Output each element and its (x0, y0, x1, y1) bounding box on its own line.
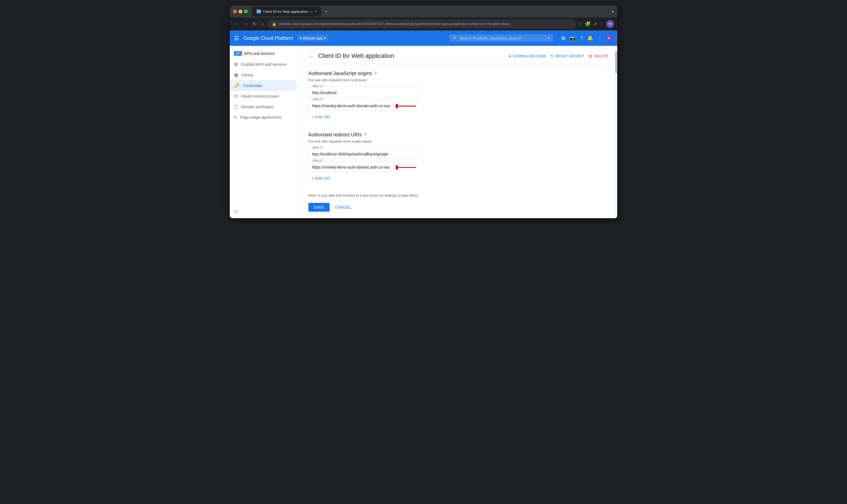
delete-icon: 🗑 (588, 54, 593, 58)
grid-icon[interactable]: ⊞ (560, 34, 567, 43)
browser-window: API Client ID for Web application — × + … (230, 5, 617, 218)
save-button[interactable]: SAVE (308, 203, 330, 212)
project-selector[interactable]: ● debyan-app ▾ (297, 35, 328, 41)
page-content: ☰ Google Cloud Platform ● debyan-app ▾ 🔍… (230, 31, 617, 218)
active-tab[interactable]: API Client ID for Web application — × (252, 6, 321, 16)
redirect-uri2-label: URIs 2 * (311, 159, 325, 162)
enabled-apis-icon: ⊞ (234, 61, 238, 67)
url-text: console.cloud.google.com/apis/credential… (279, 22, 572, 26)
app-bar-icons: ⊞ 📷 ? 🔔 ⋮ M (560, 34, 613, 43)
forward-button[interactable]: → (242, 20, 249, 28)
download-icon: ⬇ (508, 54, 512, 58)
user-avatar[interactable]: M (605, 34, 613, 42)
redirect-uris-arrow (396, 163, 418, 172)
download-json-label: DOWNLOAD JSON (513, 54, 546, 58)
js-origins-section: Authorised JavaScript origins ? For use … (308, 71, 608, 121)
redirect-uri2-wrapper: URIs 2 * (308, 161, 393, 172)
close-window-button[interactable] (233, 10, 237, 13)
js-origins-description: For use with requests from a browser (308, 78, 608, 82)
sidebar-item-library[interactable]: ▦ Library (230, 70, 297, 80)
js-uri1-wrapper: URIs 1 * (308, 87, 418, 97)
traffic-lights (233, 10, 248, 13)
credentials-icon: 🔑 (234, 83, 240, 88)
usage-icon: ≡ (234, 115, 236, 120)
hamburger-icon[interactable]: ☰ (234, 35, 239, 41)
search-dropdown-icon: ▾ (548, 36, 550, 40)
reload-button[interactable]: ↻ (252, 20, 258, 28)
more-tools-icon[interactable]: ⋮ (599, 21, 604, 27)
address-input[interactable]: 🔒 console.cloud.google.com/apis/credenti… (267, 19, 576, 29)
delete-label: DELETE (594, 54, 608, 58)
notification-icon[interactable]: 🔔 (586, 34, 595, 43)
redirect-uris-section: Authorised redirect URIs ? For use with … (308, 132, 608, 182)
js-origins-help-icon[interactable]: ? (374, 71, 376, 76)
sidebar-item-domain[interactable]: ☐ Domain verification (230, 102, 297, 112)
sidebar-item-oauth[interactable]: ⊡ OAuth consent screen (230, 91, 297, 102)
js-uri2-wrapper: URIs 2 * (308, 100, 393, 110)
window-expand[interactable]: ▾ (612, 9, 614, 14)
js-uri2-row: URIs 2 * (308, 100, 418, 113)
more-icon[interactable]: ⋮ (596, 34, 604, 43)
delete-button[interactable]: 🗑 DELETE (588, 54, 608, 58)
sidebar-item-label-credentials: Credentials (243, 84, 262, 88)
tab-favicon: API (257, 9, 261, 14)
tab-bar: API Client ID for Web application — × + (252, 6, 610, 16)
js-origins-add-uri-button[interactable]: + ADD URI (308, 113, 333, 121)
redirect-uris-help-icon[interactable]: ? (364, 132, 367, 138)
bookmark-icon[interactable]: ☆ (578, 21, 583, 27)
library-icon: ▦ (234, 72, 238, 77)
minimize-window-button[interactable] (239, 10, 242, 13)
redirect-uri1-label: URIs 1 * (311, 146, 325, 149)
share-icon[interactable]: ↗ (593, 21, 597, 27)
search-bar[interactable]: 🔍 Search Products, resources, docs (/) ▾ (449, 34, 553, 42)
js-uri2-input[interactable] (308, 100, 393, 110)
sidebar-item-credentials[interactable]: 🔑 Credentials (230, 80, 297, 91)
sidebar-collapse-button[interactable]: ◁ (234, 209, 237, 214)
maximize-window-button[interactable] (244, 10, 248, 13)
tab-title: Client ID for Web application — (263, 10, 313, 14)
video-icon[interactable]: 📷 (568, 34, 577, 43)
reset-secret-button[interactable]: ↻ RESET SECRET (551, 54, 584, 58)
tab-close-button[interactable]: × (315, 9, 317, 14)
new-tab-button[interactable]: + (322, 7, 330, 16)
red-arrow-svg (396, 102, 418, 110)
js-uri1-input[interactable] (308, 87, 417, 97)
sidebar: API APIs and services ⊞ Enabled APIs and… (230, 46, 300, 218)
extensions-icon[interactable]: 🧩 (585, 21, 591, 27)
header-actions: ⬇ DOWNLOAD JSON ↻ RESET SECRET 🗑 DELETE (508, 54, 608, 58)
project-name: debyan-app (303, 36, 323, 40)
download-json-button[interactable]: ⬇ DOWNLOAD JSON (508, 54, 546, 58)
redirect-uri1-input[interactable] (308, 148, 417, 159)
scrollbar-track[interactable] (615, 46, 617, 218)
redirect-uris-description: For use with requests from a web server (308, 139, 608, 143)
address-bar: ← → ↻ ⌂ 🔒 console.cloud.google.com/apis/… (230, 17, 617, 31)
domain-icon: ☐ (234, 104, 238, 109)
redirect-uris-title: Authorised redirect URIs ? (308, 132, 608, 138)
home-button[interactable]: ⌂ (260, 20, 265, 28)
app-title: Google Cloud Platform (243, 35, 293, 41)
cancel-button[interactable]: CANCEL (334, 203, 353, 212)
api-badge: API (234, 51, 242, 56)
red-arrow-svg-2 (396, 163, 418, 172)
js-uri1-label: URIs 1 * (311, 85, 325, 88)
reset-secret-label: RESET SECRET (555, 54, 584, 58)
back-button[interactable]: ← (233, 20, 240, 28)
redirect-uris-add-uri-button[interactable]: + ADD URI (308, 174, 333, 182)
scrollbar-thumb[interactable] (615, 51, 617, 73)
sidebar-item-enabled[interactable]: ⊞ Enabled APIs and services (230, 59, 297, 70)
reset-icon: ↻ (551, 54, 554, 58)
redirect-uri1-field: URIs 1 * (308, 148, 418, 161)
redirect-uris-inputs: URIs 1 * URIs 2 * (308, 148, 418, 174)
js-origins-inputs: URIs 1 * URIs 2 * (308, 87, 418, 113)
search-icon: 🔍 (453, 36, 457, 40)
redirect-uri2-input[interactable] (308, 161, 393, 172)
sidebar-item-usage[interactable]: ≡ Page usage agreements (230, 112, 297, 123)
main-layout: API APIs and services ⊞ Enabled APIs and… (230, 46, 617, 218)
back-button[interactable]: ← (308, 53, 314, 59)
sidebar-item-label-library: Library (242, 73, 253, 77)
profile-avatar[interactable]: M (606, 20, 614, 28)
sidebar-item-label-enabled: Enabled APIs and services (241, 62, 286, 67)
help-circle-icon[interactable]: ? (579, 34, 584, 43)
js-uri1-field: URIs 1 * (308, 87, 418, 100)
app-bar: ☰ Google Cloud Platform ● debyan-app ▾ 🔍… (230, 31, 617, 46)
